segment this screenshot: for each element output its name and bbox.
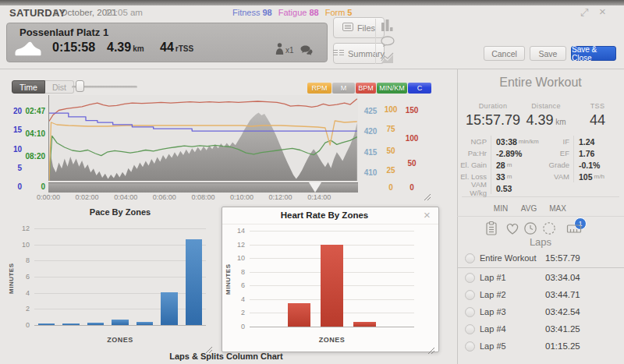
- toolbar-divider: [375, 19, 376, 64]
- axis-tick-label: 10: [2, 145, 22, 154]
- column-chart-icon[interactable]: [381, 19, 395, 36]
- lap-time: 03:42.54: [545, 307, 580, 316]
- comment-bubble-icon[interactable]: [381, 36, 395, 50]
- lap-time: 03:41.25: [545, 324, 580, 334]
- graph-scrub-marker[interactable]: [309, 182, 321, 193]
- x-axis-tick-label: 0:10:00: [223, 193, 261, 201]
- main-graph-plot[interactable]: [48, 95, 358, 181]
- gridline: [250, 231, 414, 231]
- heart-icon[interactable]: [505, 221, 520, 236]
- legend-rpm-button[interactable]: RPM: [307, 83, 332, 94]
- save-button[interactable]: Save: [530, 46, 566, 61]
- lap-row[interactable]: Lap #103:34.04: [457, 269, 624, 286]
- lap-row[interactable]: Lap #403:41.25: [457, 320, 624, 337]
- pace-zones-resize-handle[interactable]: [205, 343, 213, 351]
- y-axis-tick-label: 0: [16, 321, 30, 329]
- y-axis-tick-label: 4: [16, 289, 30, 297]
- axis-tick-label: 410: [361, 168, 380, 177]
- clock-icon[interactable]: [523, 221, 538, 236]
- summary-button[interactable]: Summary: [333, 43, 385, 64]
- range-header-min[interactable]: MIN: [485, 204, 516, 213]
- workout-summary-card[interactable]: Possenlauf Platz 1 0:15:58 4.39km 44rTSS…: [6, 23, 328, 62]
- stat-row: Pa:Hr-2.89%: [457, 147, 544, 159]
- bar: [353, 322, 376, 327]
- axis-tick-label: 0: [23, 182, 45, 191]
- stat-row: EF1.76: [544, 147, 622, 159]
- workout-distance: 4.39km: [107, 41, 144, 55]
- laps-splits-chart-title: Laps & Splits Column Chart: [140, 352, 312, 361]
- lap-row-entire-workout[interactable]: Entire Workout15:57.79: [457, 249, 624, 267]
- range-header-max[interactable]: MAX: [542, 204, 573, 213]
- zoom-slider-thumb[interactable]: [76, 80, 84, 92]
- athlete-icon[interactable]: [275, 43, 284, 58]
- lap-row[interactable]: Lap #203:44.71: [457, 286, 624, 303]
- series-legend: RPMMBPMMIN/KMC: [307, 83, 431, 94]
- axis-tick-label: 5: [2, 164, 22, 172]
- axis-tick-label: 0: [402, 183, 422, 192]
- lap-bullet-icon: [465, 307, 475, 317]
- stat-row: VAM105m/h: [544, 171, 622, 182]
- axis-tick-label: 425: [361, 107, 380, 115]
- notes-icon[interactable]: [484, 221, 499, 236]
- performance-metrics: Fitness98Fatigue88Form5: [232, 8, 358, 17]
- summary-stat-label: TSS: [577, 102, 618, 110]
- bar: [136, 322, 153, 325]
- axis-tick-label: 20: [2, 107, 22, 115]
- files-icon: [342, 23, 353, 33]
- legend-m-button[interactable]: M: [332, 83, 355, 94]
- y-axis-tick-label: 2: [231, 309, 245, 316]
- time-toggle-button[interactable]: Time: [12, 80, 45, 94]
- lap-row[interactable]: Lap #501:15.25: [457, 337, 624, 355]
- axis-tick-label: 0: [381, 183, 400, 192]
- workout-duration: 0:15:58: [52, 41, 95, 55]
- summary-icon: [333, 49, 344, 58]
- axis-tick-label: 08:20: [23, 152, 45, 161]
- dist-toggle-button[interactable]: Dist: [45, 80, 74, 94]
- time-dist-toggle: Time Dist: [12, 80, 74, 94]
- time-label: 10:05 am: [105, 8, 143, 17]
- divider: [457, 267, 624, 268]
- y-axis-tick-label: 10: [16, 241, 30, 249]
- lap-name: Lap #1: [480, 273, 545, 282]
- series-heart_rate: [49, 99, 357, 122]
- y-axis-tick-label: 14: [231, 227, 245, 235]
- y-axis-tick-label: 12: [16, 224, 30, 232]
- window-close-icon[interactable]: ×: [599, 5, 606, 18]
- legend-bpm-button[interactable]: BPM: [356, 83, 376, 94]
- x-axis-tick-label: 0:14:00: [300, 193, 338, 201]
- laps-section-title: Laps: [457, 236, 624, 248]
- metric-form: Form5: [325, 8, 353, 17]
- hr-zones-resize-handle[interactable]: [427, 344, 435, 352]
- expand-window-icon[interactable]: ⤢: [580, 6, 588, 19]
- stat-row: Grade-0.1%: [544, 159, 622, 171]
- summary-stat-label: Distance: [518, 102, 574, 110]
- pace-zones-title: Pace By Zones: [34, 207, 206, 217]
- lap-bullet-icon: [465, 290, 475, 300]
- gridline: [34, 228, 206, 229]
- area-trend-icon[interactable]: [381, 52, 395, 67]
- stat-row: NGP03:38min/km: [457, 136, 544, 147]
- stats-column: NGP03:38min/kmPa:Hr-2.89%El. Gain28mEl. …: [457, 136, 544, 194]
- legend-minkm-button[interactable]: MIN/KM: [377, 83, 407, 94]
- files-button[interactable]: Files: [333, 17, 385, 38]
- hr-zones-close-icon[interactable]: ×: [424, 208, 431, 221]
- y-axis-tick-label: 2: [16, 305, 30, 313]
- lap-time: 03:44.71: [545, 290, 580, 299]
- cancel-button[interactable]: Cancel: [484, 46, 525, 61]
- main-graph-svg: [49, 95, 358, 181]
- legend-c-button[interactable]: C: [408, 83, 431, 94]
- lap-row[interactable]: Lap #303:42.54: [457, 303, 624, 320]
- y-axis-tick-label: 12: [231, 241, 245, 249]
- y-axis-tick-label: 8: [16, 256, 30, 264]
- x-axis-tick-label: 0:08:00: [184, 193, 222, 201]
- pace-zones-xlabel: ZONES: [34, 336, 206, 344]
- graph-resize-handle[interactable]: [424, 190, 431, 198]
- bar: [288, 303, 310, 327]
- ruler-icon[interactable]: [566, 221, 582, 236]
- metric-fatigue: Fatigue88: [278, 8, 319, 17]
- lap-bullet-icon: [465, 273, 475, 283]
- zone-circle-icon[interactable]: [541, 221, 557, 236]
- save-close-button[interactable]: Save & Close: [571, 46, 616, 61]
- range-header-avg[interactable]: AVG: [513, 204, 544, 213]
- comments-icon[interactable]: [300, 44, 313, 58]
